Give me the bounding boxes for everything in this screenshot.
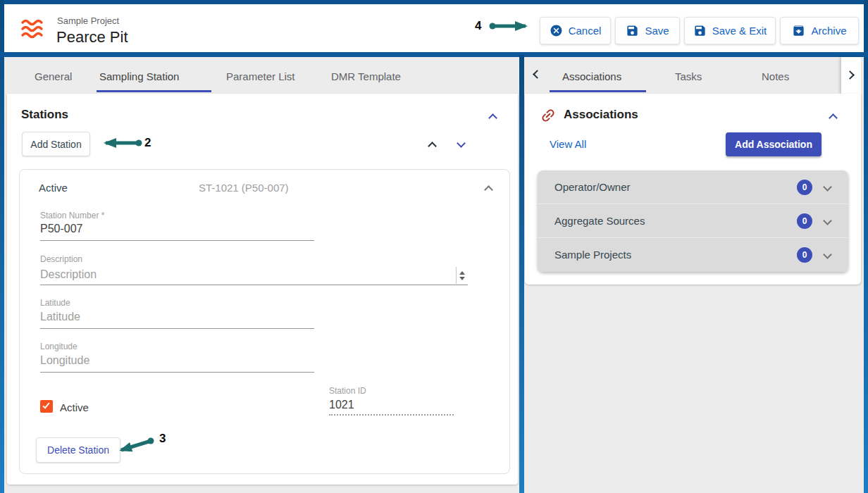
tab-parameter-list[interactable]: Parameter List <box>226 70 295 82</box>
page-title: Pearce Pit <box>56 28 128 46</box>
latitude-label: Latitude <box>40 298 70 308</box>
delete-station-button[interactable]: Delete Station <box>36 437 120 463</box>
view-all-link[interactable]: View All <box>550 138 586 150</box>
station-number-input[interactable] <box>40 223 308 235</box>
accordion-label: Sample Projects <box>554 249 631 261</box>
description-input[interactable] <box>40 268 435 281</box>
archive-box-icon <box>792 24 805 37</box>
chevron-down-icon <box>823 216 832 225</box>
description-label: Description <box>40 254 82 264</box>
description-underline <box>40 285 468 285</box>
save-exit-button-label: Save & Exit <box>712 25 767 37</box>
tabs-scroll-right-button[interactable] <box>841 57 861 94</box>
associations-accordion: Operator/Owner 0 Aggregate Sources 0 Sam… <box>538 170 848 272</box>
tabs-scroll-right-icon <box>845 70 855 80</box>
panel-divider <box>519 55 524 493</box>
latitude-underline <box>40 328 314 329</box>
tabs-scroll-left-icon[interactable] <box>533 70 542 79</box>
station-status-label: Active <box>39 182 68 194</box>
longitude-input[interactable] <box>40 354 308 367</box>
associations-heading: Associations <box>564 108 638 122</box>
count-badge: 0 <box>797 247 812 263</box>
chevron-down-icon <box>823 250 832 259</box>
cancel-button-label: Cancel <box>569 25 602 37</box>
associations-link-icon <box>540 107 557 124</box>
accordion-row-sample-projects[interactable]: Sample Projects 0 <box>538 238 848 272</box>
app-logo-waves-icon <box>20 18 48 42</box>
app-window: Sample Project Pearce Pit Cancel Save Sa… <box>0 0 868 493</box>
frame-right-border <box>864 0 868 493</box>
active-tab-underline <box>97 90 211 92</box>
header-divider <box>0 52 868 57</box>
add-association-label: Add Association <box>735 139 812 150</box>
spinner-up-icon <box>459 271 465 275</box>
accordion-row-operator-owner[interactable]: Operator/Owner 0 <box>538 170 848 204</box>
station-number-label: Station Number * <box>40 211 104 220</box>
spinner-down-icon <box>459 277 465 280</box>
station-card-title: ST-1021 (P50-007) <box>199 182 289 194</box>
checkmark-icon <box>42 401 49 409</box>
archive-button[interactable]: Archive <box>780 17 859 44</box>
active-tab-underline-right <box>550 90 646 92</box>
cancel-button[interactable]: Cancel <box>540 17 611 44</box>
save-button[interactable]: Save <box>615 17 680 44</box>
count-badge: 0 <box>797 180 812 195</box>
chevron-down-icon <box>823 182 832 192</box>
station-id-label: Station ID <box>329 386 366 396</box>
frame-left-border <box>0 0 4 493</box>
save-floppy-icon <box>693 24 707 37</box>
active-checkbox[interactable] <box>40 400 53 413</box>
station-id-field <box>329 399 449 411</box>
stations-heading: Stations <box>21 108 68 122</box>
accordion-row-aggregate-sources[interactable]: Aggregate Sources 0 <box>538 204 848 238</box>
longitude-label: Longitude <box>40 342 78 351</box>
tab-associations[interactable]: Associations <box>562 70 621 82</box>
save-button-label: Save <box>645 25 669 37</box>
latitude-input[interactable] <box>40 311 308 323</box>
tab-dmr-template[interactable]: DMR Template <box>331 70 401 82</box>
add-association-button[interactable]: Add Association <box>726 132 822 156</box>
station-id-underline <box>329 414 454 416</box>
tab-tasks[interactable]: Tasks <box>675 70 702 82</box>
save-floppy-icon <box>626 24 639 37</box>
accordion-label: Operator/Owner <box>554 181 631 193</box>
count-badge: 0 <box>797 213 812 229</box>
active-checkbox-label: Active <box>60 401 89 413</box>
longitude-underline <box>40 372 314 373</box>
tab-sampling-station[interactable]: Sampling Station <box>99 70 179 82</box>
tab-notes[interactable]: Notes <box>762 70 789 82</box>
cancel-circle-icon <box>550 24 563 37</box>
station-number-underline <box>40 240 314 241</box>
add-station-button[interactable]: Add Station <box>22 132 90 156</box>
description-resize-spinner[interactable] <box>456 267 468 284</box>
accordion-label: Aggregate Sources <box>554 215 645 227</box>
project-type-label: Sample Project <box>57 15 119 26</box>
delete-station-label: Delete Station <box>47 444 109 456</box>
add-station-label: Add Station <box>30 139 81 150</box>
tab-general[interactable]: General <box>35 70 72 82</box>
archive-button-label: Archive <box>811 25 846 37</box>
header: Sample Project Pearce Pit Cancel Save Sa… <box>4 4 864 52</box>
save-exit-button[interactable]: Save & Exit <box>684 17 776 44</box>
